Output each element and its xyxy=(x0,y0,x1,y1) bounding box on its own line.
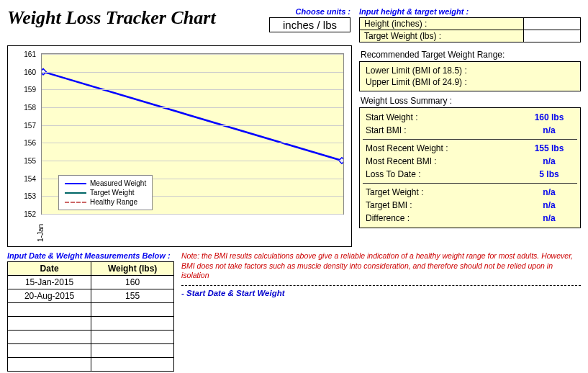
range-panel: Lower Limit (BMI of 18.5) : Upper Limit … xyxy=(359,61,581,91)
input-prompt: Input Date & Weight Measurements Below : xyxy=(7,251,174,260)
y-axis-tick: 160 xyxy=(24,68,36,76)
upper-limit-label: Upper Limit (BMI of 24.9) : xyxy=(366,77,467,87)
summary-value: n/a xyxy=(524,156,574,166)
table-row[interactable]: 15-Jan-2015160 xyxy=(8,276,174,289)
units-prompt: Choose units : xyxy=(269,7,350,16)
start-date-note: - Start Date & Start Weight xyxy=(181,289,581,297)
summary-heading: Weight Loss Summary : xyxy=(361,96,581,106)
cell-weight[interactable] xyxy=(91,317,174,331)
table-row[interactable]: 20-Aug-2015155 xyxy=(8,289,174,303)
summary-value: n/a xyxy=(524,200,574,210)
units-selector[interactable]: inches / lbs xyxy=(269,17,350,32)
y-axis-tick: 154 xyxy=(24,174,36,182)
height-target-prompt: Input height & target weight : xyxy=(359,7,581,16)
svg-line-0 xyxy=(43,72,342,161)
summary-label: Start Weight : xyxy=(366,112,417,122)
cell-date[interactable] xyxy=(8,344,91,358)
cell-weight[interactable]: 160 xyxy=(91,276,174,289)
height-label: Height (inches) : xyxy=(359,17,524,30)
weight-chart: Measured Weight Target Weight Healthy Ra… xyxy=(7,45,352,247)
summary-label: Start BMI : xyxy=(366,125,407,135)
legend-measured: Measured Weight xyxy=(90,179,146,187)
summary-value: 5 lbs xyxy=(524,169,574,179)
summary-label: Most Recent Weight : xyxy=(366,143,448,153)
table-row[interactable] xyxy=(8,331,174,344)
height-target-inputs: Height (inches) : Target Weight (lbs) : xyxy=(359,17,581,42)
lower-limit-label: Lower Limit (BMI of 18.5) : xyxy=(366,66,467,76)
y-axis-tick: 152 xyxy=(24,210,36,218)
target-weight-label: Target Weight (lbs) : xyxy=(359,30,524,42)
page-title: Weight Loss Tracker Chart xyxy=(7,7,263,29)
summary-value: n/a xyxy=(524,125,574,135)
col-date: Date xyxy=(8,262,91,276)
y-axis-tick: 153 xyxy=(24,192,36,200)
cell-date[interactable] xyxy=(8,358,91,372)
measurements-table: Date Weight (lbs) 15-Jan-201516020-Aug-2… xyxy=(7,261,174,372)
cell-weight[interactable] xyxy=(91,303,174,317)
table-row[interactable] xyxy=(8,317,174,331)
y-axis-tick: 155 xyxy=(24,157,36,165)
table-row[interactable] xyxy=(8,358,174,372)
legend-healthy: Healthy Range xyxy=(90,198,137,206)
height-input[interactable] xyxy=(524,17,581,30)
legend-target: Target Weight xyxy=(90,189,135,197)
cell-weight[interactable] xyxy=(91,358,174,372)
summary-value: 155 lbs xyxy=(524,143,574,153)
cell-date[interactable]: 20-Aug-2015 xyxy=(8,289,91,303)
chart-legend: Measured Weight Target Weight Healthy Ra… xyxy=(58,175,153,210)
y-axis-tick: 159 xyxy=(24,86,36,94)
range-heading: Recommended Target Weight Range: xyxy=(361,50,581,60)
summary-label: Target BMI : xyxy=(366,200,412,210)
col-weight: Weight (lbs) xyxy=(91,262,174,276)
table-row[interactable] xyxy=(8,303,174,317)
summary-label: Most Recent BMI : xyxy=(366,156,437,166)
cell-weight[interactable] xyxy=(91,344,174,358)
y-axis-tick: 158 xyxy=(24,104,36,112)
summary-value: n/a xyxy=(524,187,574,197)
y-axis-tick: 161 xyxy=(24,50,36,58)
x-axis-tick: 1-Jan xyxy=(37,224,45,242)
summary-panel: Start Weight :160 lbsStart BMI :n/aMost … xyxy=(359,107,581,228)
target-weight-input[interactable] xyxy=(524,30,581,42)
cell-date[interactable]: 15-Jan-2015 xyxy=(8,276,91,289)
cell-date[interactable] xyxy=(8,331,91,344)
cell-weight[interactable] xyxy=(91,331,174,344)
cell-date[interactable] xyxy=(8,303,91,317)
table-row[interactable] xyxy=(8,344,174,358)
cell-weight[interactable]: 155 xyxy=(91,289,174,303)
y-axis-tick: 157 xyxy=(24,121,36,129)
y-axis-tick: 156 xyxy=(24,139,36,147)
summary-label: Loss To Date : xyxy=(366,169,421,179)
divider xyxy=(181,285,581,286)
summary-label: Target Weight : xyxy=(366,187,423,197)
summary-label: Difference : xyxy=(366,213,410,223)
summary-value: 160 lbs xyxy=(524,112,574,122)
cell-date[interactable] xyxy=(8,317,91,331)
summary-value: n/a xyxy=(524,213,574,223)
bmi-note: Note: the BMI results calculations above… xyxy=(181,251,581,281)
